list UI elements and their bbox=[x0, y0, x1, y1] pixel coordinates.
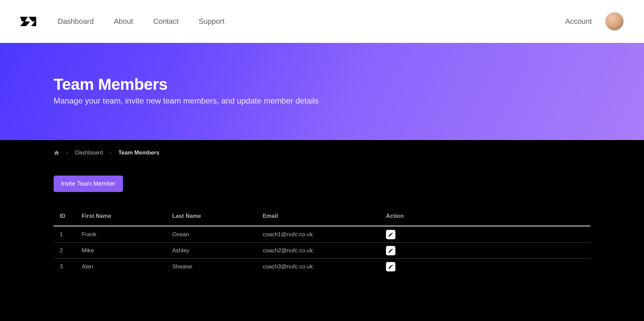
account-link[interactable]: Account bbox=[565, 17, 592, 26]
cell-action bbox=[386, 246, 590, 255]
table-header-email: Email bbox=[263, 213, 386, 219]
cell-email: coach2@nufc.co.uk bbox=[263, 247, 386, 254]
chevron-right-icon bbox=[109, 151, 112, 154]
table-header-row: ID First Name Last Name Email Action bbox=[54, 213, 590, 227]
team-members-table: ID First Name Last Name Email Action 1Fr… bbox=[54, 213, 590, 275]
cell-email: coach1@nufc.co.uk bbox=[263, 231, 386, 238]
cell-email: coach3@nufc.co.uk bbox=[263, 263, 386, 270]
cell-action bbox=[386, 230, 590, 239]
breadcrumb: Dashboard Team Members bbox=[54, 149, 590, 156]
page-title: Team Members bbox=[54, 75, 590, 93]
page-subtitle: Manage your team, invite new team member… bbox=[54, 96, 590, 106]
table-header-last-name: Last Name bbox=[172, 213, 263, 219]
table-header-first-name: First Name bbox=[82, 213, 172, 219]
table-header-id: ID bbox=[54, 213, 82, 219]
svg-marker-0 bbox=[20, 17, 30, 26]
nav-support[interactable]: Support bbox=[199, 17, 224, 26]
cell-last-name: Ocean bbox=[172, 231, 263, 238]
breadcrumb-dashboard[interactable]: Dashboard bbox=[75, 149, 103, 156]
cell-first-name: Mike bbox=[82, 247, 172, 254]
nav-dashboard[interactable]: Dashboard bbox=[58, 17, 94, 26]
table-row: 1FrankOceancoach1@nufc.co.uk bbox=[54, 227, 590, 243]
nav-right: Account bbox=[565, 12, 624, 31]
cell-id: 3 bbox=[54, 263, 82, 270]
breadcrumb-current: Team Members bbox=[118, 149, 159, 156]
invite-team-member-button[interactable]: Invite Team Member bbox=[54, 176, 123, 192]
edit-button[interactable] bbox=[386, 246, 395, 255]
cell-id: 1 bbox=[54, 231, 82, 238]
cell-first-name: Alan bbox=[82, 263, 172, 270]
cell-action bbox=[386, 262, 590, 271]
edit-button[interactable] bbox=[386, 262, 395, 271]
table-row: 2MikeAshleycoach2@nufc.co.uk bbox=[54, 243, 590, 259]
edit-button[interactable] bbox=[386, 230, 395, 239]
home-icon[interactable] bbox=[54, 150, 60, 156]
top-navigation: Dashboard About Contact Support Account bbox=[0, 0, 644, 43]
chevron-right-icon bbox=[66, 151, 69, 154]
nav-about[interactable]: About bbox=[114, 17, 133, 26]
logo[interactable] bbox=[20, 17, 36, 26]
cell-last-name: Shearer bbox=[172, 263, 263, 270]
cell-last-name: Ashley bbox=[172, 247, 263, 254]
table-header-action: Action bbox=[386, 213, 590, 219]
content-area: Dashboard Team Members Invite Team Membe… bbox=[0, 140, 644, 288]
hero-banner: Team Members Manage your team, invite ne… bbox=[0, 43, 644, 140]
cell-id: 2 bbox=[54, 247, 82, 254]
nav-contact[interactable]: Contact bbox=[153, 17, 179, 26]
cell-first-name: Frank bbox=[82, 231, 172, 238]
nav-links: Dashboard About Contact Support bbox=[58, 17, 224, 26]
table-row: 3AlanShearercoach3@nufc.co.uk bbox=[54, 259, 590, 275]
avatar[interactable] bbox=[605, 12, 624, 31]
